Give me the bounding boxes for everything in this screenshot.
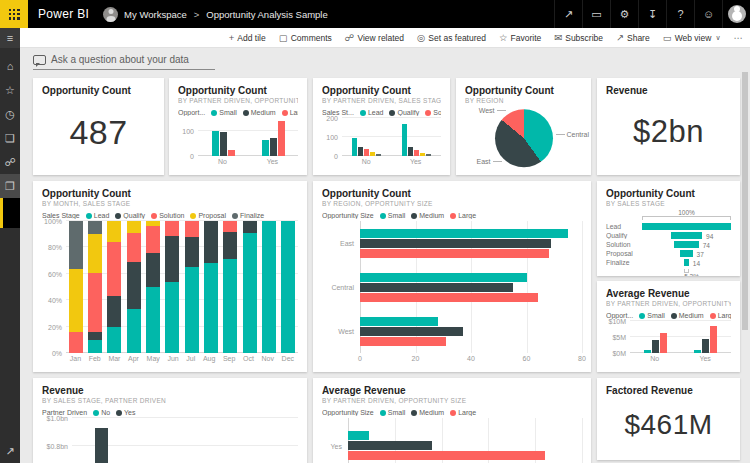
set-as-featured-button[interactable]: ◎Set as featured (417, 32, 486, 43)
bar-large[interactable] (348, 451, 545, 460)
bar-segment-lead[interactable] (243, 233, 257, 353)
notifications-icon[interactable]: ▭ (582, 0, 610, 28)
stacked-bar[interactable] (165, 221, 179, 353)
tile-opp-count-by-partner-size[interactable]: Opportunity Count BY PARTNER DRIVEN, OPP… (169, 78, 307, 175)
bar-segment-lead[interactable] (185, 267, 199, 353)
stacked-bar[interactable] (262, 221, 276, 353)
bar-segment-qualify[interactable] (88, 332, 102, 340)
bar-segment-solution[interactable] (127, 233, 141, 262)
bar-segment-qualify[interactable] (107, 296, 121, 326)
bar-segment-proposal[interactable] (88, 234, 102, 272)
tile-avg-revenue-by-partner-size[interactable]: Average Revenue BY PARTNER DRIVEN, OPPOR… (597, 281, 740, 372)
bar-medium[interactable] (220, 132, 227, 156)
bar-large[interactable] (360, 293, 538, 302)
bar-segment-qualify[interactable] (204, 221, 218, 263)
bar-small[interactable] (644, 350, 651, 353)
bar-segment-solution[interactable] (88, 273, 102, 332)
stacked-bar[interactable] (69, 221, 83, 353)
bar-finalize[interactable] (426, 154, 431, 156)
bar-solution[interactable] (364, 149, 369, 156)
funnel-bar-finalize[interactable] (684, 259, 689, 266)
bar-finalize[interactable] (376, 154, 381, 156)
funnel-bar-proposal[interactable] (680, 250, 692, 257)
bar-segment-lead[interactable] (223, 259, 237, 353)
tile-opp-count-funnel[interactable]: Opportunity Count BY SALES STAGE 100%Lea… (597, 181, 740, 276)
bar-segment-solution[interactable] (146, 226, 160, 252)
bar-segment-qualify[interactable] (165, 236, 179, 282)
bar-segment-lead[interactable] (262, 221, 276, 353)
tile-avg-revenue-by-partner-size-bars[interactable]: Average Revenue BY PARTNER DRIVEN, OPPOR… (313, 378, 591, 463)
funnel-bar-qualify[interactable] (671, 232, 702, 239)
nav-menu-button[interactable]: ≡ (0, 28, 20, 48)
bar-small[interactable] (694, 350, 701, 353)
download-icon[interactable]: ↧ (638, 0, 666, 28)
add-tile-button[interactable]: +Add tile (229, 32, 266, 43)
bar-segment-lead[interactable] (146, 287, 160, 353)
bar-medium[interactable] (348, 441, 432, 450)
bar-segment-solution[interactable] (223, 221, 237, 232)
bar-segment-qualify[interactable] (127, 262, 141, 310)
bar-segment-qualify[interactable] (243, 221, 257, 233)
bar-medium[interactable] (702, 339, 709, 353)
tile-opp-count-by-partner-stage[interactable]: Opportunity Count BY PARTNER DRIVEN, SAL… (313, 78, 450, 175)
tile-opp-count-by-region-pie[interactable]: Opportunity Count BY REGION CentralEastW… (456, 78, 591, 175)
stacked-bar[interactable] (223, 221, 237, 353)
view-related-button[interactable]: ☍View related (345, 32, 404, 43)
web-view-dropdown[interactable]: ▭Web view∨ (663, 32, 721, 43)
bar-segment-solution[interactable] (185, 221, 199, 237)
bar-medium[interactable] (270, 138, 277, 156)
bar-small[interactable] (348, 431, 369, 440)
bar-segment-qualify[interactable] (185, 237, 199, 267)
scrollbar-thumb[interactable] (742, 72, 748, 330)
bar-large[interactable] (278, 121, 285, 156)
tile-opp-count-by-month-stage[interactable]: Opportunity Count BY MONTH, SALES STAGE … (33, 181, 307, 372)
comments-button[interactable]: ▢Comments (279, 32, 332, 43)
bar-medium[interactable] (360, 327, 463, 336)
bar-lead[interactable] (352, 138, 357, 156)
bar-segment-lead[interactable] (165, 282, 179, 353)
bar-segment-qualify[interactable] (146, 253, 160, 287)
settings-gear-icon[interactable]: ⚙ (610, 0, 638, 28)
bar-yes[interactable] (95, 428, 108, 463)
bar-medium[interactable] (652, 340, 659, 353)
bar-segment-solution[interactable] (165, 221, 179, 236)
bar-segment-lead[interactable] (281, 221, 295, 353)
bar-large[interactable] (228, 150, 235, 156)
bar-proposal[interactable] (370, 152, 375, 156)
stacked-bar[interactable] (146, 221, 160, 353)
stacked-bar[interactable] (281, 221, 295, 353)
bar-qualify[interactable] (408, 147, 413, 156)
stacked-bar[interactable] (107, 221, 121, 353)
breadcrumb-workspace[interactable]: My Workspace (124, 9, 187, 20)
tile-factored-revenue-kpi[interactable]: Factored Revenue $461M (597, 378, 740, 460)
nav-home[interactable]: ⌂ (0, 54, 20, 78)
bar-segment-solution[interactable] (69, 332, 83, 353)
bar-solution[interactable] (414, 150, 419, 156)
bar-small[interactable] (212, 131, 219, 156)
feedback-smiley-icon[interactable]: ☺ (694, 0, 722, 28)
nav-shared-with-me[interactable]: ☍ (0, 150, 20, 174)
pie-chart[interactable] (495, 109, 553, 167)
app-title[interactable]: Power BI (38, 7, 89, 21)
bar-segment-proposal[interactable] (127, 221, 141, 233)
bar-segment-lead[interactable] (107, 327, 121, 353)
bar-segment-qualify[interactable] (223, 232, 237, 260)
nav-dashboards[interactable]: ❐ (0, 174, 20, 198)
nav-apps[interactable]: ❏ (0, 126, 20, 150)
bar-segment-solution[interactable] (107, 242, 121, 296)
funnel-bar-lead[interactable] (642, 223, 731, 230)
account-avatar[interactable] (722, 0, 750, 28)
tile-revenue-kpi[interactable]: Revenue $2bn (597, 78, 740, 175)
favorite-button[interactable]: ☆Favorite (499, 32, 541, 43)
app-launcher-button[interactable] (0, 0, 28, 28)
nav-favorites[interactable]: ☆ (0, 78, 20, 102)
fit-to-screen-icon[interactable]: ↗ (554, 0, 582, 28)
bar-small[interactable] (360, 273, 527, 282)
bar-large[interactable] (360, 337, 446, 346)
bar-lead[interactable] (402, 124, 407, 156)
stacked-bar[interactable] (127, 221, 141, 353)
bar-segment-lead[interactable] (204, 263, 218, 353)
nav-selected-dashboard[interactable] (0, 198, 20, 228)
bar-proposal[interactable] (420, 153, 425, 156)
stacked-bar[interactable] (204, 221, 218, 353)
